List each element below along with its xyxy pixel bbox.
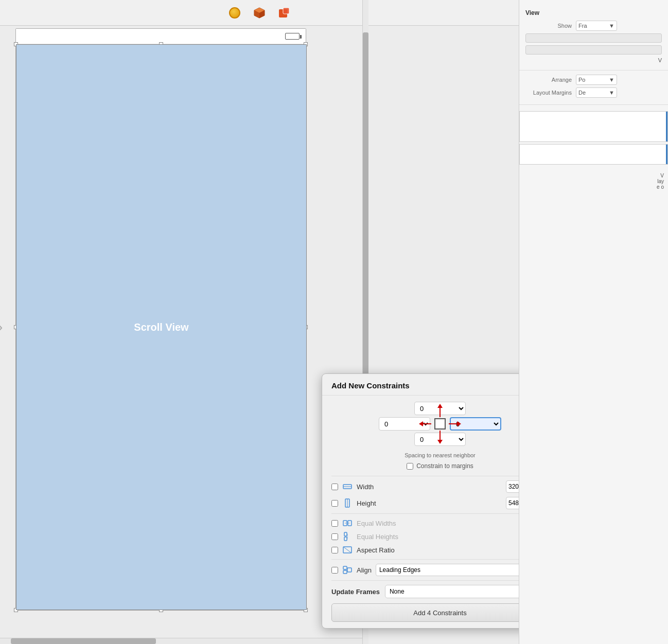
- align-checkbox[interactable]: [331, 567, 338, 574]
- arrange-section: Arrange Po ▼ Layout Margins De ▼: [519, 70, 668, 105]
- blank-row-1: [525, 33, 662, 43]
- width-checkbox[interactable]: [331, 484, 338, 490]
- center-diagram: [434, 418, 446, 430]
- height-row: Height 548 ▼: [331, 497, 519, 509]
- canvas-bottom-scrollbar[interactable]: [0, 638, 362, 644]
- width-row: Width 320 ▼: [331, 480, 519, 493]
- popup-body: 0 0: [322, 396, 519, 628]
- svg-rect-5: [283, 8, 289, 14]
- svg-rect-13: [344, 532, 347, 536]
- equal-widths-label: Equal Widths: [357, 520, 396, 527]
- equal-widths-icon: [342, 518, 353, 528]
- divider-1: [331, 476, 519, 476]
- show-dropdown[interactable]: Fra ▼: [576, 21, 617, 31]
- show-label: Show: [525, 23, 572, 29]
- update-frames-row: Update Frames None ⌄: [331, 585, 519, 598]
- blank-row-2: [525, 45, 662, 55]
- width-label: Width: [357, 483, 502, 491]
- layout-margins-value: De: [578, 90, 586, 96]
- show-value: Fra: [578, 23, 587, 29]
- scroll-view[interactable]: Scroll View ›: [16, 44, 307, 610]
- nav-arrow: ›: [0, 319, 3, 335]
- show-row: Show Fra ▼: [525, 21, 662, 31]
- divider-2: [331, 513, 519, 514]
- update-frames-label: Update Frames: [331, 588, 380, 596]
- device-frame: Scroll View ›: [15, 28, 306, 611]
- height-icon: [342, 498, 353, 508]
- height-value[interactable]: 548: [506, 497, 519, 509]
- width-icon: [342, 481, 353, 492]
- layout-margins-label: Layout Margins: [525, 90, 572, 96]
- svg-rect-20: [347, 568, 351, 572]
- constrain-margins-label: Constrain to margins: [416, 462, 473, 470]
- circle-icon[interactable]: [227, 6, 242, 20]
- arrange-value: Po: [578, 77, 585, 83]
- height-checkbox[interactable]: [331, 500, 338, 507]
- update-frames-value: None: [390, 588, 405, 595]
- align-label: Align: [357, 566, 372, 574]
- scroll-view-container: Scroll View ›: [16, 44, 306, 610]
- center-square: [434, 418, 446, 430]
- update-frames-dropdown[interactable]: None ⌄: [385, 585, 519, 598]
- width-value[interactable]: 320: [506, 480, 519, 493]
- svg-rect-19: [343, 570, 347, 574]
- view-title: View: [525, 9, 662, 16]
- spacing-diagram: 0 0: [331, 402, 519, 446]
- view-section: View Show Fra ▼ V: [519, 5, 668, 70]
- equal-heights-label: Equal Heights: [357, 533, 398, 541]
- arrange-row: Arrange Po ▼: [525, 75, 662, 85]
- popup-title: Add New Constraints: [322, 374, 519, 396]
- aspect-ratio-checkbox[interactable]: [331, 547, 338, 553]
- arrange-dropdown[interactable]: Po ▼: [576, 75, 617, 85]
- equal-heights-icon: [342, 531, 353, 542]
- svg-rect-18: [343, 566, 347, 569]
- align-value: Leading Edges: [379, 566, 420, 574]
- toolbar: [0, 0, 519, 26]
- equal-widths-row: Equal Widths: [331, 518, 519, 528]
- add-constraints-button[interactable]: Add 4 Constraints: [331, 603, 519, 622]
- layout-margins-dropdown[interactable]: De ▼: [576, 87, 617, 98]
- svg-line-17: [343, 547, 351, 553]
- equal-widths-checkbox[interactable]: [331, 520, 338, 527]
- constrain-margins-row: Constrain to margins: [331, 462, 519, 470]
- constraints-popup: Add New Constraints 0 0: [322, 373, 519, 629]
- spacing-note: Spacing to nearest neighbor: [331, 452, 519, 458]
- equal-heights-checkbox[interactable]: [331, 533, 338, 540]
- v-row: V: [525, 57, 662, 63]
- aspect-ratio-label: Aspect Ratio: [357, 546, 395, 554]
- layout-margins-row: Layout Margins De ▼: [525, 87, 662, 98]
- spacing-middle-row: 0: [379, 417, 501, 431]
- height-label: Height: [357, 499, 502, 507]
- aspect-ratio-icon: [342, 545, 353, 555]
- canvas-area: Scroll View › Add New Constraints 0: [0, 0, 519, 644]
- divider-3: [331, 559, 519, 560]
- divider-4: [331, 580, 519, 581]
- equal-heights-row: Equal Heights: [331, 531, 519, 542]
- align-icon: [342, 565, 353, 575]
- square-icon[interactable]: [277, 6, 291, 20]
- align-row: Align Leading Edges ⌄: [331, 564, 519, 576]
- scroll-view-label: Scroll View: [134, 321, 188, 333]
- canvas-bottom-thumb: [11, 638, 156, 644]
- add-constraints-label: Add 4 Constraints: [413, 609, 466, 617]
- right-panel: View Show Fra ▼ V Arrange Po ▼ Layout Ma: [519, 0, 668, 644]
- arrange-label: Arrange: [525, 77, 572, 83]
- aspect-ratio-row: Aspect Ratio: [331, 545, 519, 555]
- constrain-margins-checkbox[interactable]: [407, 463, 413, 470]
- svg-rect-14: [344, 537, 347, 541]
- align-dropdown[interactable]: Leading Edges ⌄: [376, 564, 519, 576]
- panel-notes: Vlaye o: [519, 171, 668, 192]
- battery-icon: [285, 33, 300, 40]
- cube-icon[interactable]: [252, 6, 267, 20]
